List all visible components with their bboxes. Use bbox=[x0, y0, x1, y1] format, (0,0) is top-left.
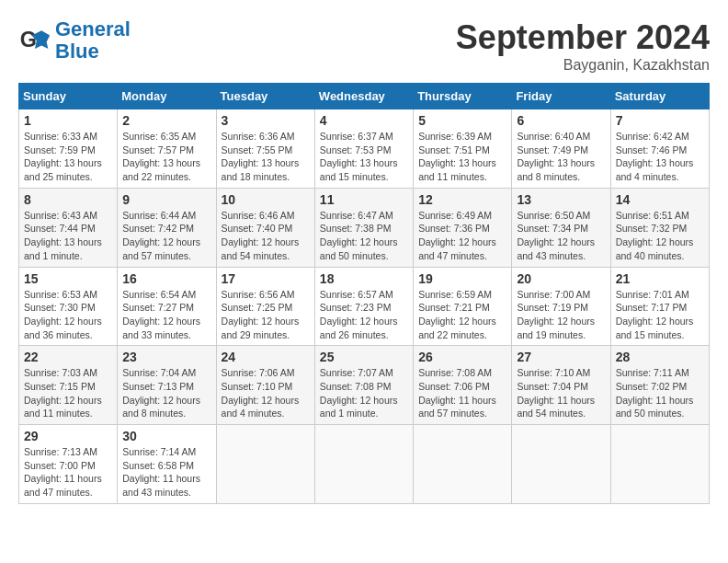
day-info: Sunrise: 6:40 AMSunset: 7:49 PMDaylight:… bbox=[517, 130, 605, 184]
calendar-day-cell: 26Sunrise: 7:08 AMSunset: 7:06 PMDayligh… bbox=[414, 346, 512, 425]
calendar-day-cell: 19Sunrise: 6:59 AMSunset: 7:21 PMDayligh… bbox=[414, 267, 512, 346]
day-info: Sunrise: 6:54 AMSunset: 7:27 PMDaylight:… bbox=[122, 288, 210, 342]
day-info: Sunrise: 6:36 AMSunset: 7:55 PMDaylight:… bbox=[222, 130, 310, 184]
day-number: 5 bbox=[418, 113, 506, 128]
day-info: Sunrise: 6:56 AMSunset: 7:25 PMDaylight:… bbox=[222, 288, 310, 342]
calendar-day-cell: 11Sunrise: 6:47 AMSunset: 7:38 PMDayligh… bbox=[314, 188, 413, 267]
day-number: 10 bbox=[222, 192, 310, 207]
calendar-day-cell: 23Sunrise: 7:04 AMSunset: 7:13 PMDayligh… bbox=[118, 346, 216, 425]
day-number: 24 bbox=[222, 350, 310, 364]
day-info: Sunrise: 6:47 AMSunset: 7:38 PMDaylight:… bbox=[320, 209, 408, 263]
day-number: 15 bbox=[24, 271, 112, 286]
empty-cell bbox=[414, 425, 512, 504]
day-number: 25 bbox=[320, 350, 408, 364]
day-number: 9 bbox=[122, 192, 210, 207]
empty-cell bbox=[512, 425, 610, 504]
day-info: Sunrise: 6:35 AMSunset: 7:57 PMDaylight:… bbox=[122, 130, 210, 184]
day-number: 23 bbox=[122, 350, 210, 364]
calendar-day-cell: 22Sunrise: 7:03 AMSunset: 7:15 PMDayligh… bbox=[19, 346, 118, 425]
calendar-day-cell: 10Sunrise: 6:46 AMSunset: 7:40 PMDayligh… bbox=[216, 188, 314, 267]
day-number: 17 bbox=[222, 271, 310, 286]
day-info: Sunrise: 6:44 AMSunset: 7:42 PMDaylight:… bbox=[122, 209, 210, 263]
day-info: Sunrise: 6:50 AMSunset: 7:34 PMDaylight:… bbox=[517, 209, 605, 263]
calendar-day-cell: 18Sunrise: 6:57 AMSunset: 7:23 PMDayligh… bbox=[314, 267, 413, 346]
weekday-header-saturday: Saturday bbox=[610, 84, 709, 109]
day-info: Sunrise: 6:43 AMSunset: 7:44 PMDaylight:… bbox=[24, 209, 112, 263]
day-info: Sunrise: 6:49 AMSunset: 7:36 PMDaylight:… bbox=[418, 209, 506, 263]
calendar-day-cell: 3Sunrise: 6:36 AMSunset: 7:55 PMDaylight… bbox=[216, 109, 314, 189]
day-number: 1 bbox=[24, 113, 112, 128]
calendar-day-cell: 5Sunrise: 6:39 AMSunset: 7:51 PMDaylight… bbox=[414, 109, 512, 189]
day-info: Sunrise: 6:46 AMSunset: 7:40 PMDaylight:… bbox=[222, 209, 310, 263]
calendar-day-cell: 4Sunrise: 6:37 AMSunset: 7:53 PMDaylight… bbox=[314, 109, 413, 189]
calendar-day-cell: 14Sunrise: 6:51 AMSunset: 7:32 PMDayligh… bbox=[610, 188, 709, 267]
day-number: 3 bbox=[222, 113, 310, 128]
day-number: 26 bbox=[418, 350, 506, 364]
day-info: Sunrise: 7:07 AMSunset: 7:08 PMDaylight:… bbox=[320, 366, 408, 420]
day-number: 22 bbox=[24, 350, 112, 364]
calendar-week-row: 29Sunrise: 7:13 AMSunset: 7:00 PMDayligh… bbox=[19, 425, 710, 504]
day-number: 16 bbox=[122, 271, 210, 286]
svg-text:G: G bbox=[20, 28, 37, 52]
day-number: 20 bbox=[517, 271, 605, 286]
day-number: 27 bbox=[517, 350, 605, 364]
calendar-week-row: 22Sunrise: 7:03 AMSunset: 7:15 PMDayligh… bbox=[19, 346, 710, 425]
day-number: 18 bbox=[320, 271, 408, 286]
day-number: 7 bbox=[616, 113, 704, 128]
day-info: Sunrise: 7:04 AMSunset: 7:13 PMDaylight:… bbox=[122, 366, 210, 420]
weekday-header-tuesday: Tuesday bbox=[216, 84, 314, 109]
day-number: 14 bbox=[616, 192, 704, 207]
logo-icon: G bbox=[18, 24, 51, 57]
day-number: 2 bbox=[122, 113, 210, 128]
day-info: Sunrise: 7:13 AMSunset: 7:00 PMDaylight:… bbox=[24, 445, 112, 500]
calendar-week-row: 15Sunrise: 6:53 AMSunset: 7:30 PMDayligh… bbox=[19, 267, 710, 346]
day-number: 28 bbox=[616, 350, 704, 364]
day-info: Sunrise: 7:00 AMSunset: 7:19 PMDaylight:… bbox=[517, 288, 605, 342]
calendar-day-cell: 21Sunrise: 7:01 AMSunset: 7:17 PMDayligh… bbox=[610, 267, 709, 346]
calendar-day-cell: 28Sunrise: 7:11 AMSunset: 7:02 PMDayligh… bbox=[610, 346, 709, 425]
day-number: 21 bbox=[616, 271, 704, 286]
calendar-table: SundayMondayTuesdayWednesdayThursdayFrid… bbox=[18, 83, 710, 504]
day-info: Sunrise: 7:10 AMSunset: 7:04 PMDaylight:… bbox=[517, 366, 605, 420]
weekday-header-wednesday: Wednesday bbox=[314, 84, 413, 109]
day-number: 19 bbox=[418, 271, 506, 286]
day-info: Sunrise: 6:42 AMSunset: 7:46 PMDaylight:… bbox=[616, 130, 704, 184]
calendar-day-cell: 13Sunrise: 6:50 AMSunset: 7:34 PMDayligh… bbox=[512, 188, 610, 267]
day-number: 29 bbox=[24, 429, 112, 443]
day-info: Sunrise: 6:53 AMSunset: 7:30 PMDaylight:… bbox=[24, 288, 112, 342]
weekday-header-sunday: Sunday bbox=[19, 84, 118, 109]
empty-cell bbox=[610, 425, 709, 504]
day-info: Sunrise: 7:06 AMSunset: 7:10 PMDaylight:… bbox=[222, 366, 310, 420]
calendar-day-cell: 2Sunrise: 6:35 AMSunset: 7:57 PMDaylight… bbox=[118, 109, 216, 189]
day-number: 13 bbox=[517, 192, 605, 207]
calendar-day-cell: 8Sunrise: 6:43 AMSunset: 7:44 PMDaylight… bbox=[19, 188, 118, 267]
calendar-day-cell: 9Sunrise: 6:44 AMSunset: 7:42 PMDaylight… bbox=[118, 188, 216, 267]
calendar-week-row: 1Sunrise: 6:33 AMSunset: 7:59 PMDaylight… bbox=[19, 109, 710, 189]
location: Bayganin, Kazakhstan bbox=[456, 57, 710, 74]
day-number: 4 bbox=[320, 113, 408, 128]
calendar-day-cell: 15Sunrise: 6:53 AMSunset: 7:30 PMDayligh… bbox=[19, 267, 118, 346]
empty-cell bbox=[314, 425, 413, 504]
calendar-day-cell: 1Sunrise: 6:33 AMSunset: 7:59 PMDaylight… bbox=[19, 109, 118, 189]
logo-line1: General bbox=[55, 17, 131, 40]
empty-cell bbox=[216, 425, 314, 504]
day-info: Sunrise: 7:03 AMSunset: 7:15 PMDaylight:… bbox=[24, 366, 112, 420]
weekday-header-monday: Monday bbox=[118, 84, 216, 109]
day-number: 12 bbox=[418, 192, 506, 207]
calendar-day-cell: 7Sunrise: 6:42 AMSunset: 7:46 PMDaylight… bbox=[610, 109, 709, 189]
calendar-day-cell: 24Sunrise: 7:06 AMSunset: 7:10 PMDayligh… bbox=[216, 346, 314, 425]
weekday-header-row: SundayMondayTuesdayWednesdayThursdayFrid… bbox=[19, 84, 710, 109]
day-info: Sunrise: 6:57 AMSunset: 7:23 PMDaylight:… bbox=[320, 288, 408, 342]
calendar-day-cell: 12Sunrise: 6:49 AMSunset: 7:36 PMDayligh… bbox=[414, 188, 512, 267]
calendar-week-row: 8Sunrise: 6:43 AMSunset: 7:44 PMDaylight… bbox=[19, 188, 710, 267]
calendar-day-cell: 20Sunrise: 7:00 AMSunset: 7:19 PMDayligh… bbox=[512, 267, 610, 346]
calendar-day-cell: 16Sunrise: 6:54 AMSunset: 7:27 PMDayligh… bbox=[118, 267, 216, 346]
logo-line2: Blue bbox=[55, 40, 99, 63]
day-info: Sunrise: 7:08 AMSunset: 7:06 PMDaylight:… bbox=[418, 366, 506, 420]
day-info: Sunrise: 7:14 AMSunset: 6:58 PMDaylight:… bbox=[122, 445, 210, 500]
day-info: Sunrise: 6:51 AMSunset: 7:32 PMDaylight:… bbox=[616, 209, 704, 263]
day-number: 30 bbox=[122, 429, 210, 443]
month-title: September 2024 bbox=[456, 18, 710, 57]
day-info: Sunrise: 6:39 AMSunset: 7:51 PMDaylight:… bbox=[418, 130, 506, 184]
day-info: Sunrise: 6:33 AMSunset: 7:59 PMDaylight:… bbox=[24, 130, 112, 184]
